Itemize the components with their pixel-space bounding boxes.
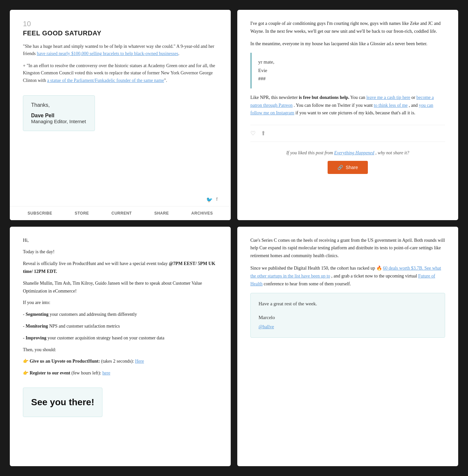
twitter-icon[interactable]: 🐦 (206, 197, 213, 203)
share-button-icon: 🔗 (337, 165, 343, 170)
cash-tip-link[interactable]: leave me a cash tip here (366, 95, 410, 100)
event-line: Reveal is officially live on ProductHunt… (23, 260, 218, 276)
quote-line-3: ### (258, 75, 439, 83)
digital-health-paragraph: Since we published the Digital Health 15… (250, 264, 445, 288)
everything-happened-link[interactable]: Everything Happened (334, 150, 374, 155)
glossier-paragraph: In the meantime, everyone in my house ha… (250, 40, 445, 48)
into-line: If you are into: (23, 299, 218, 307)
share-prompt-text: If you liked this post from Everything H… (250, 150, 445, 156)
speakers-line: Shanelle Mullin, Tim Ash, Tim Kilroy, Gu… (23, 279, 218, 295)
npr-paragraph: Like NPR, this newsletter is free but do… (250, 94, 445, 117)
cue-paragraph: Cue's Series C comes on the heels of rec… (250, 237, 445, 260)
ac-paragraph: I've got a couple of air conditioning gu… (250, 20, 445, 35)
body-paragraph-1: "She has a huge heart and simply wanted … (23, 43, 218, 58)
bullet-3: - Improving your customer acquisition st… (23, 334, 218, 342)
social-icons-row: 🐦 f (10, 197, 231, 206)
nav-subscribe[interactable]: SUBSCRIBE (27, 211, 52, 216)
statue-link[interactable]: a statue of the Parliament/Funkadelic fo… (47, 78, 164, 83)
author-title: Managing Editor, Internet (31, 119, 87, 124)
nav-current[interactable]: CURRENT (112, 211, 132, 216)
evie-quote: yr mate, Evie ### (250, 53, 445, 88)
sign-off-thanks: Thanks, (31, 102, 87, 108)
twitter-think-link[interactable]: to think less of me (374, 103, 407, 108)
cta-1: 👉 Give us an Upvote on ProductHunt: (tak… (23, 357, 218, 365)
action-icons-row: ♡ ⬆ (250, 125, 445, 142)
then-line: Then, you should: (23, 346, 218, 354)
navigation-bar: SUBSCRIBE STORE CURRENT SHARE ARCHIVES (10, 206, 231, 220)
facebook-icon[interactable]: f (216, 197, 218, 203)
quote-line-2: Evie (258, 67, 439, 75)
producthunt-link[interactable]: Here (135, 359, 144, 364)
nav-archives[interactable]: ARCHIVES (191, 211, 213, 216)
panel-producthunt-event: Hi, Today is the day! Reveal is official… (10, 227, 231, 466)
panel-everything-happened: I've got a couple of air conditioning gu… (237, 10, 458, 220)
today-line: Today is the day! (23, 248, 218, 256)
newsletter-title: FEEL GOOD SATURDAY (23, 29, 218, 37)
share-upload-icon[interactable]: ⬆ (261, 130, 266, 137)
event-register-link[interactable]: here (102, 371, 110, 375)
bracelets-link[interactable]: have raised nearly $100,000 selling brac… (37, 51, 178, 56)
bullet-1: - Segmenting your customers and addressi… (23, 311, 218, 318)
panel-digital-health: Cue's Series C comes on the heels of rec… (237, 227, 458, 466)
see-you-text: See you there! (31, 394, 94, 410)
nav-share[interactable]: SHARE (154, 211, 169, 216)
author-name: Dave Pell (31, 113, 87, 119)
nav-store[interactable]: STORE (75, 211, 89, 216)
closing-box: Have a great rest of the week. Marcelo @… (250, 293, 445, 338)
cta-2: 👉 Register to our event (few hours left)… (23, 369, 218, 377)
body-paragraph-2: + "In an effort to resolve the controver… (23, 62, 218, 84)
panel-feel-good-saturday: 10 FEEL GOOD SATURDAY "She has a huge he… (10, 10, 231, 220)
closing-greeting: Have a great rest of the week. (259, 300, 437, 308)
share-button-label: Share (346, 165, 358, 170)
issue-number: 10 (23, 20, 218, 28)
share-button[interactable]: 🔗 Share (328, 161, 368, 174)
quote-line-1: yr mate, (258, 58, 439, 67)
closing-name: Marcelo (259, 314, 437, 322)
closing-handle[interactable]: @ballve (259, 324, 274, 329)
bullet-2: - Monitoring NPS and customer satisfacti… (23, 322, 218, 330)
sign-off-box: Thanks, Dave Pell Managing Editor, Inter… (23, 95, 95, 131)
heart-icon[interactable]: ♡ (250, 130, 256, 137)
fire-emoji: 🔥 (376, 266, 382, 271)
greeting: Hi, (23, 237, 218, 244)
see-you-box: See you there! (23, 388, 102, 417)
